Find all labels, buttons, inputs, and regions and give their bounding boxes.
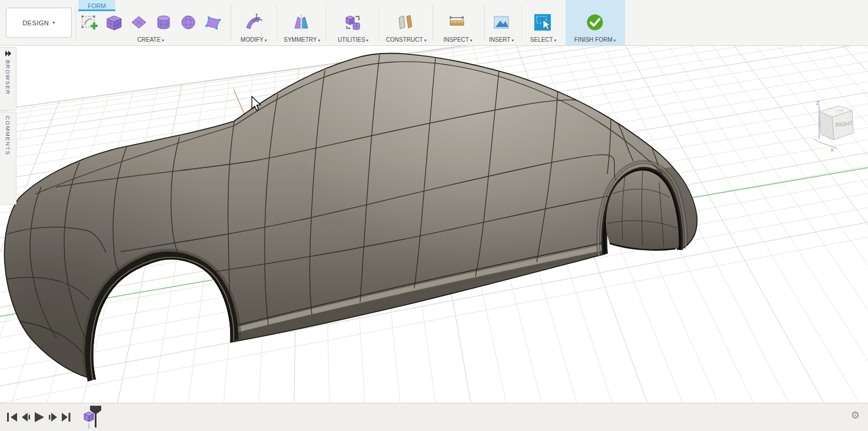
measure-icon[interactable] bbox=[447, 13, 466, 32]
toolbar-divider bbox=[433, 5, 433, 41]
timeline-skip-start-button[interactable] bbox=[7, 413, 17, 422]
group-label-inspect[interactable]: INSPECT▾ bbox=[444, 36, 473, 43]
toolbar-divider bbox=[277, 5, 277, 41]
timeline-controls bbox=[0, 403, 118, 431]
timeline-bar: ⚙ bbox=[0, 403, 868, 431]
expand-arrow-icon[interactable] bbox=[5, 51, 12, 56]
group-label-finish-form[interactable]: FINISH FORM▾ bbox=[574, 36, 616, 43]
timeline-play-button[interactable] bbox=[35, 412, 44, 422]
viewcube-x-axis bbox=[820, 142, 837, 148]
design-menu-label: DESIGN bbox=[22, 19, 49, 26]
browser-rail[interactable]: BROWSER bbox=[0, 47, 16, 111]
symmetry-icon[interactable] bbox=[292, 13, 311, 32]
viewcube-z-label: Z bbox=[816, 100, 820, 106]
group-label-insert[interactable]: INSERT▾ bbox=[489, 36, 514, 43]
tab-form-label: FORM bbox=[88, 2, 106, 9]
box-icon[interactable] bbox=[105, 13, 124, 32]
toolbar-divider bbox=[484, 5, 485, 41]
scene-canvas[interactable] bbox=[0, 46, 868, 403]
toolbar-divider bbox=[325, 5, 326, 41]
insert-image-icon[interactable] bbox=[492, 13, 511, 32]
timeline-step-back-button[interactable] bbox=[22, 413, 30, 422]
design-menu-button[interactable]: DESIGN ▾ bbox=[6, 8, 72, 38]
viewcube-axis-tick bbox=[813, 139, 820, 142]
group-label-symmetry[interactable]: SYMMETRY▾ bbox=[284, 36, 320, 43]
viewcube-x-label: X bbox=[830, 147, 834, 153]
group-label-construct[interactable]: CONSTRUCT▾ bbox=[386, 36, 426, 43]
tab-active-underline bbox=[78, 9, 115, 11]
group-label-modify[interactable]: MODIFY▾ bbox=[241, 36, 267, 43]
view-cube[interactable]: TOP RIGHT Z X bbox=[811, 98, 865, 156]
mouse-cursor bbox=[251, 96, 263, 112]
construct-icon[interactable] bbox=[395, 13, 414, 32]
timeline-step-forward-button[interactable] bbox=[49, 413, 57, 422]
browser-rail-label: BROWSER bbox=[5, 60, 11, 95]
face-icon[interactable] bbox=[204, 13, 222, 32]
group-label-create[interactable]: CREATE▾ bbox=[137, 36, 164, 43]
toolbar-divider bbox=[521, 5, 522, 41]
car-body-shading bbox=[0, 46, 868, 403]
sphere-icon[interactable] bbox=[179, 13, 198, 32]
cylinder-icon[interactable] bbox=[154, 13, 173, 32]
edit-form-icon[interactable] bbox=[244, 13, 263, 32]
toolbar: DESIGN ▾ FORM bbox=[0, 0, 868, 46]
design-caret-icon: ▾ bbox=[52, 20, 55, 25]
select-icon[interactable] bbox=[533, 13, 552, 32]
toolbar-divider bbox=[231, 5, 231, 41]
viewport-3d[interactable]: TOP RIGHT Z X bbox=[0, 46, 868, 403]
comments-rail-label: COMMENTS bbox=[5, 116, 11, 155]
timeline-settings-gear-icon[interactable]: ⚙ bbox=[851, 409, 860, 422]
comments-rail[interactable]: COMMENTS bbox=[0, 112, 16, 205]
timeline-skip-end-button[interactable] bbox=[62, 413, 71, 422]
group-label-select[interactable]: SELECT▾ bbox=[530, 36, 556, 43]
utilities-icon[interactable] bbox=[343, 13, 362, 32]
group-label-utilities[interactable]: UTILITIES▾ bbox=[338, 36, 368, 43]
create-form-icon[interactable] bbox=[80, 13, 99, 32]
car-model[interactable] bbox=[0, 46, 868, 403]
plane-icon[interactable] bbox=[129, 13, 148, 32]
finish-form-icon[interactable] bbox=[586, 13, 604, 32]
timeline-form-feature[interactable] bbox=[84, 412, 94, 429]
fusion360-window: TOP RIGHT Z X bbox=[0, 0, 868, 431]
toolbar-divider bbox=[75, 5, 76, 41]
toolbar-divider bbox=[378, 5, 379, 41]
